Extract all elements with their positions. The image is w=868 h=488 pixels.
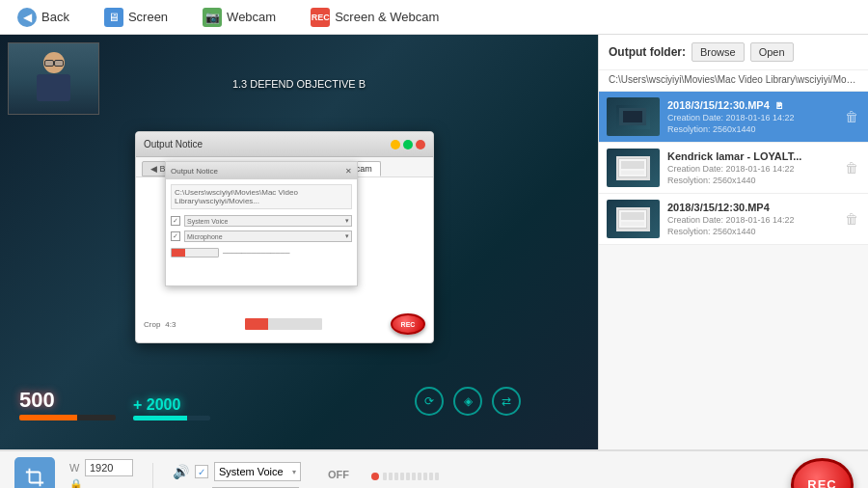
vb10	[435, 473, 439, 480]
vb8	[423, 473, 427, 480]
rec-info-2: 2018/3/15/12:30.MP4 Creation Date: 2018-…	[667, 202, 835, 236]
objective-text: 1.3 DEFEND OBJECTIVE B	[232, 78, 366, 90]
person-glasses	[44, 60, 64, 65]
screen-icon: 🖥	[104, 8, 123, 27]
webcam-icon: 📷	[203, 8, 222, 27]
webcam-person	[9, 43, 98, 114]
thumb-inner-2	[607, 200, 660, 238]
dialog-nested: Output Notice ✕ C:\Users\wsciyiyi\Movies…	[165, 161, 358, 286]
dialog-box[interactable]: Output Notice ◀ Back System Webcam Scree…	[135, 131, 434, 343]
file-icon-0: 🖹	[775, 101, 784, 111]
dialog-title: Output Notice	[144, 139, 203, 149]
thumb-inner-0	[607, 97, 660, 136]
system-voice-select[interactable]: System Voice ▾	[214, 462, 301, 481]
webcam-button[interactable]: 📷 Webcam	[195, 4, 284, 31]
recording-item-0[interactable]: 2018/3/15/12:30.MP4 🖹 Creation Date: 201…	[599, 92, 868, 143]
rec-resolution-0: Resolytion: 2560x1440	[667, 124, 835, 134]
screen-button[interactable]: 🖥 Screen	[96, 4, 176, 31]
divider-1	[152, 463, 153, 489]
hud-energy: 2000	[147, 396, 181, 413]
game-hud: 500 + 2000	[19, 388, 210, 420]
vol-bars-1	[383, 473, 439, 480]
delete-button-2[interactable]: 🗑	[843, 210, 860, 228]
dialog-rec-button[interactable]: REC	[391, 313, 425, 335]
off-badge: OFF	[320, 468, 357, 481]
nested-title: Output Notice ✕	[166, 162, 357, 179]
rec-title-1: Kendrick lamar - LOYALT...	[667, 150, 835, 162]
system-voice-checkbox-group: ✓	[195, 465, 208, 478]
rec-thumb-0	[607, 97, 660, 136]
rec-creation-0: Creation Date: 2018-01-16 14:22	[667, 113, 835, 122]
width-input[interactable]: 1920	[85, 459, 133, 476]
rec-main-button[interactable]: REC	[791, 458, 854, 489]
back-button[interactable]: ◀ Back	[10, 4, 77, 31]
delete-button-0[interactable]: 🗑	[843, 108, 860, 125]
bottom-toolbar: Crop W 1920 🔒 H 1440 🔊 ✓ System Vo	[0, 449, 868, 488]
dialog-titlebar: Output Notice	[136, 132, 433, 157]
app-header: ◀ Back 🖥 Screen 📷 Webcam REC Screen & We…	[0, 0, 868, 35]
webcam-label: Webcam	[227, 10, 276, 24]
dialog-bottom: Crop 4:3 REC	[136, 313, 433, 335]
system-voice-row: 🔊 ✓ System Voice ▾	[173, 462, 301, 481]
open-button[interactable]: Open	[750, 42, 794, 62]
rec-resolution-1: Resolytion: 2560x1440	[667, 176, 835, 185]
vol-dot-1	[371, 473, 379, 480]
width-label: W	[69, 462, 81, 474]
game-bottom-icons: ⟳ ◈ ⇄	[415, 387, 521, 416]
rec-creation-2: Creation Date: 2018-01-16 14:22	[667, 215, 835, 225]
vb4	[400, 473, 404, 480]
crop-button[interactable]	[14, 457, 55, 489]
rec-main-label: REC	[807, 477, 836, 489]
dialog-content: Output Notice ✕ C:\Users\wsciyiyi\Movies…	[136, 177, 433, 193]
game-icon-2: ◈	[453, 387, 482, 416]
rec-title-0: 2018/3/15/12:30.MP4 🖹	[667, 99, 835, 111]
lock-icon: 🔒	[69, 478, 81, 489]
lock-row: 🔒	[69, 478, 133, 489]
output-folder-label: Output folder:	[609, 45, 686, 59]
game-icon-3: ⇄	[492, 387, 521, 416]
system-voice-label: System Voice	[219, 466, 284, 477]
mic-checkbox[interactable]: ✓	[171, 231, 180, 241]
nested-title-text: Output Notice	[171, 167, 218, 176]
recording-item-2[interactable]: 2018/3/15/12:30.MP4 Creation Date: 2018-…	[599, 194, 868, 245]
screen-webcam-label: Screen & Webcam	[335, 10, 439, 24]
webcam-thumbnail	[8, 42, 99, 115]
audio-section: 🔊 ✓ System Voice ▾ 🎤 ✓ Microphone ▾	[173, 462, 301, 488]
vb1	[383, 473, 387, 480]
screen-webcam-button[interactable]: REC Screen & Webcam	[303, 4, 447, 31]
nested-content: C:\Users\wsciyiyi\Movies\Mac Video Libra…	[166, 179, 357, 262]
system-voice-checkbox[interactable]: ✓	[195, 465, 208, 478]
vb2	[389, 473, 393, 480]
game-icon-1: ⟳	[415, 387, 444, 416]
system-voice-row: ✓ System Voice▾	[171, 215, 352, 227]
health-bar	[19, 415, 116, 420]
system-voice-select[interactable]: System Voice▾	[184, 215, 352, 227]
rec-creation-1: Creation Date: 2018-01-16 14:22	[667, 164, 835, 174]
objective-label: 1.3 DEFEND OBJECTIVE B	[232, 78, 366, 90]
thumb-inner-1	[607, 149, 660, 187]
back-label: Back	[41, 10, 69, 24]
main-content: 1.3 DEFEND OBJECTIVE B Output Notice ◀ B…	[0, 35, 868, 449]
dimensions-section: W 1920 🔒 H 1440	[69, 459, 133, 489]
rec-thumb-2	[607, 200, 660, 238]
output-folder-row: Output folder: Browse Open	[599, 35, 868, 70]
system-voice-checkbox[interactable]: ✓	[171, 216, 180, 226]
vol-row-1	[371, 473, 439, 480]
rec-title-2: 2018/3/15/12:30.MP4	[667, 202, 835, 213]
rec-thumb-1	[607, 149, 660, 187]
person-silhouette	[30, 50, 78, 108]
video-area: 1.3 DEFEND OBJECTIVE B Output Notice ◀ B…	[0, 35, 598, 449]
person-body	[37, 74, 70, 101]
delete-button-1[interactable]: 🗑	[843, 159, 860, 176]
width-row: W 1920	[69, 459, 133, 476]
mic-select[interactable]: Microphone▾	[184, 230, 352, 242]
speaker-icon: 🔊	[173, 464, 189, 479]
vb3	[394, 473, 398, 480]
rec-icon: REC	[311, 8, 330, 27]
person-head	[43, 52, 65, 73]
vb9	[429, 473, 433, 480]
vb7	[418, 473, 421, 480]
rec-info-0: 2018/3/15/12:30.MP4 🖹 Creation Date: 201…	[667, 99, 835, 134]
recording-item-1[interactable]: Kendrick lamar - LOYALT... Creation Date…	[599, 143, 868, 194]
browse-button[interactable]: Browse	[692, 42, 745, 62]
